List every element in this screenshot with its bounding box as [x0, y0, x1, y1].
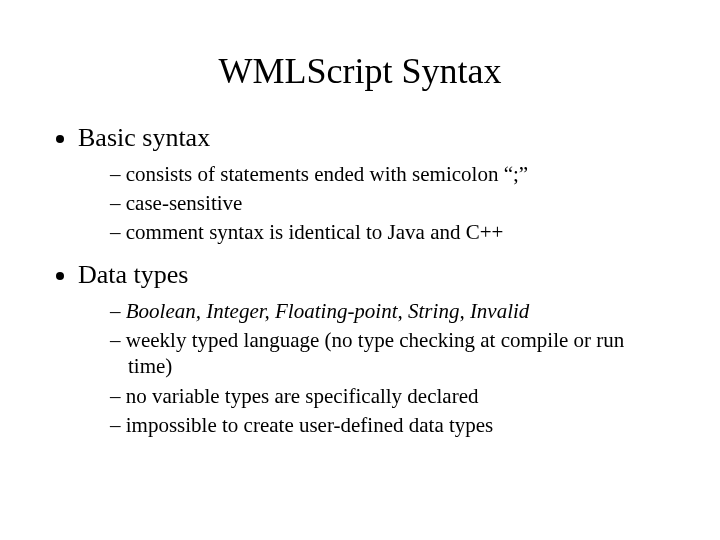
section-heading: Data types Boolean, Integer, Floating-po… [78, 259, 670, 438]
bullet-list-level2: consists of statements ended with semico… [78, 161, 670, 246]
list-item-text: case-sensitive [126, 191, 243, 215]
bullet-list-level1: Basic syntax consists of statements ende… [50, 122, 670, 438]
slide-title: WMLScript Syntax [50, 50, 670, 92]
list-item-text: consists of statements ended with semico… [126, 162, 528, 186]
list-item: no variable types are specifically decla… [110, 383, 670, 409]
list-item-text: comment syntax is identical to Java and … [126, 220, 504, 244]
section-heading-text: Data types [78, 260, 188, 289]
list-item: Boolean, Integer, Floating-point, String… [110, 298, 670, 324]
list-item-text: weekly typed language (no type checking … [126, 328, 625, 378]
list-item-text: Boolean, Integer, Floating-point, String… [126, 299, 530, 323]
list-item: impossible to create user-defined data t… [110, 412, 670, 438]
section-heading: Basic syntax consists of statements ende… [78, 122, 670, 245]
bullet-list-level2: Boolean, Integer, Floating-point, String… [78, 298, 670, 438]
list-item-text: impossible to create user-defined data t… [126, 413, 494, 437]
list-item: consists of statements ended with semico… [110, 161, 670, 187]
slide: WMLScript Syntax Basic syntax consists o… [0, 0, 720, 540]
list-item: weekly typed language (no type checking … [110, 327, 670, 380]
list-item: comment syntax is identical to Java and … [110, 219, 670, 245]
list-item: case-sensitive [110, 190, 670, 216]
list-item-text: no variable types are specifically decla… [126, 384, 479, 408]
section-heading-text: Basic syntax [78, 123, 210, 152]
